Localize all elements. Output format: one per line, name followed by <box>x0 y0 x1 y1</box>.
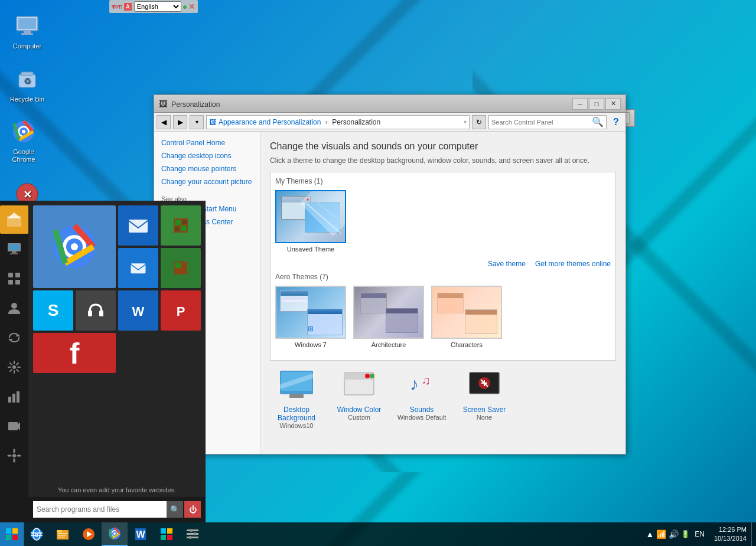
tray-input[interactable]: EN <box>695 530 705 538</box>
sidebar-account-picture-link[interactable]: Change your account picture <box>161 178 253 186</box>
theme-architecture[interactable]: Architecture <box>353 286 424 348</box>
start-bottom-text: You can even add your favorite websites. <box>28 484 206 496</box>
themes-area[interactable]: My Themes (1) <box>270 172 616 361</box>
svg-rect-43 <box>175 227 180 231</box>
lang-green-btn[interactable]: ● <box>183 2 187 11</box>
taskbar-mediaplayer[interactable] <box>76 522 102 546</box>
svg-text:e: e <box>35 532 38 538</box>
computer-label: Computer <box>13 42 41 50</box>
sidebar-chart-icon[interactable] <box>0 382 28 411</box>
start-menu: S W <box>0 201 201 522</box>
address-dropdown[interactable]: ▾ <box>464 119 467 125</box>
taskbar-start-btn[interactable] <box>0 522 24 546</box>
tray-arrow[interactable]: ▲ <box>646 529 654 539</box>
show-desktop-btn[interactable] <box>751 522 756 546</box>
tile-mail-1[interactable] <box>118 205 158 246</box>
search-box[interactable]: 🔍 <box>488 115 607 129</box>
help-btn[interactable]: ? <box>609 115 623 129</box>
sidebar-desktop-icon[interactable] <box>0 235 28 263</box>
cp-maximize-btn[interactable]: □ <box>589 98 604 110</box>
cp-minimize-btn[interactable]: ─ <box>572 98 588 110</box>
svg-rect-98 <box>167 528 172 534</box>
sidebar-mouse-pointers-link[interactable]: Change mouse pointers <box>161 165 253 173</box>
svg-line-57 <box>305 202 341 233</box>
svg-point-94 <box>113 532 116 535</box>
tile-minecraft-2[interactable] <box>161 248 201 288</box>
sidebar-refresh-icon[interactable] <box>0 323 28 352</box>
tile-facebook[interactable]: f <box>33 333 116 373</box>
tray-network[interactable]: 📶 <box>656 529 666 539</box>
theme-characters[interactable]: Characters <box>431 286 502 348</box>
tile-word[interactable]: W <box>118 290 158 331</box>
tile-headphones[interactable] <box>76 290 116 331</box>
desktop-icon-recycle[interactable]: ♻ Recycle Bin <box>6 65 48 103</box>
lang-bengali: বাংলা <box>112 3 122 11</box>
tile-mail-2[interactable] <box>118 248 158 288</box>
aero-themes-title: Aero Themes (7) <box>275 273 611 281</box>
taskbar-explorer[interactable] <box>50 522 76 546</box>
sidebar-home-link[interactable]: Control Panel Home <box>161 139 253 147</box>
taskbar-settings[interactable] <box>180 522 206 546</box>
nav-dropdown-btn[interactable]: ▾ <box>190 115 204 129</box>
sidebar-gear-icon[interactable] <box>0 442 28 470</box>
taskbar-word[interactable]: W <box>128 522 154 546</box>
cp-heading: Change the visuals and sounds on your co… <box>270 141 616 152</box>
svg-rect-3 <box>21 33 33 35</box>
svg-rect-87 <box>58 537 65 538</box>
svg-text:✕: ✕ <box>23 189 32 201</box>
svg-text:S: S <box>48 301 59 319</box>
start-search-button[interactable]: 🔍 <box>167 501 183 518</box>
clock-time: 12:26 PM <box>714 525 747 534</box>
address-bar[interactable]: 🖼 Appearance and Personalization › Perso… <box>206 115 470 129</box>
taskbar-ie[interactable]: e <box>24 522 50 546</box>
tile-powerpoint[interactable]: P <box>161 290 201 331</box>
taskbar-metro[interactable] <box>154 522 180 546</box>
sidebar-video-icon[interactable] <box>0 412 28 440</box>
bottom-desktop-bg[interactable]: Desktop Background Windows10 <box>270 365 323 429</box>
tile-skype[interactable]: S <box>33 290 73 331</box>
lang-acrobat-icon: A <box>124 3 132 11</box>
theme-unsaved[interactable]: Unsaved Theme <box>275 190 346 253</box>
get-more-link[interactable]: Get more themes online <box>535 260 611 268</box>
svg-rect-105 <box>194 532 196 535</box>
svg-rect-50 <box>99 310 103 316</box>
tile-minecraft-1[interactable] <box>161 205 201 246</box>
lang-red-btn[interactable]: ✕ <box>188 2 195 11</box>
svg-rect-6 <box>21 72 33 76</box>
bottom-window-color[interactable]: Window Color Custom <box>333 365 386 429</box>
tray-speaker[interactable]: 🔊 <box>669 529 679 539</box>
start-tiles: S W <box>28 201 206 484</box>
theme-win7[interactable]: ⊞ Windows 7 <box>275 286 346 348</box>
desktop-icon-computer[interactable]: Computer <box>6 12 48 50</box>
taskbar-chrome[interactable] <box>102 522 128 546</box>
desktop-icon-chrome[interactable]: Google Chrome <box>2 117 45 164</box>
svg-rect-41 <box>175 220 181 225</box>
save-theme-link[interactable]: Save theme <box>488 260 526 268</box>
sounds-value: Windows Default <box>397 414 447 421</box>
nav-refresh-btn[interactable]: ↻ <box>472 115 486 129</box>
svg-point-11 <box>22 130 25 133</box>
cp-close-btn[interactable]: ✕ <box>605 98 621 110</box>
svg-rect-2 <box>24 31 31 33</box>
bottom-sounds[interactable]: ♪ ♫ Sounds Windows Default <box>395 365 448 429</box>
cp-window-title: 🖼 Personalization <box>159 99 571 109</box>
sidebar-user-icon[interactable] <box>0 294 28 322</box>
bottom-screen-saver[interactable]: Screen Saver None <box>458 365 511 429</box>
language-selector[interactable]: English বাংলা <box>134 1 181 12</box>
sidebar-tile-home[interactable] <box>0 205 28 234</box>
svg-rect-20 <box>8 273 13 277</box>
nav-forward-btn[interactable]: ▶ <box>173 115 187 129</box>
taskbar-clock[interactable]: 12:26 PM 10/13/2014 <box>709 525 751 544</box>
tile-chrome-large[interactable] <box>33 205 116 288</box>
search-input[interactable] <box>491 119 592 126</box>
language-bar[interactable]: বাংলা A English বাংলা ● ✕ <box>109 0 198 13</box>
recycle-label: Recycle Bin <box>10 96 44 103</box>
sidebar-desktop-icons-link[interactable]: Change desktop icons <box>161 152 253 160</box>
cp-content: Control Panel Home Change desktop icons … <box>154 132 625 454</box>
nav-back-btn[interactable]: ◀ <box>157 115 171 129</box>
sidebar-settings-icon[interactable] <box>0 353 28 381</box>
sidebar-apps-icon[interactable] <box>0 264 28 293</box>
start-power-button[interactable]: ⏻ <box>184 501 201 518</box>
start-search-input[interactable] <box>33 501 167 518</box>
theme-unsaved-label: Unsaved Theme <box>287 246 335 253</box>
